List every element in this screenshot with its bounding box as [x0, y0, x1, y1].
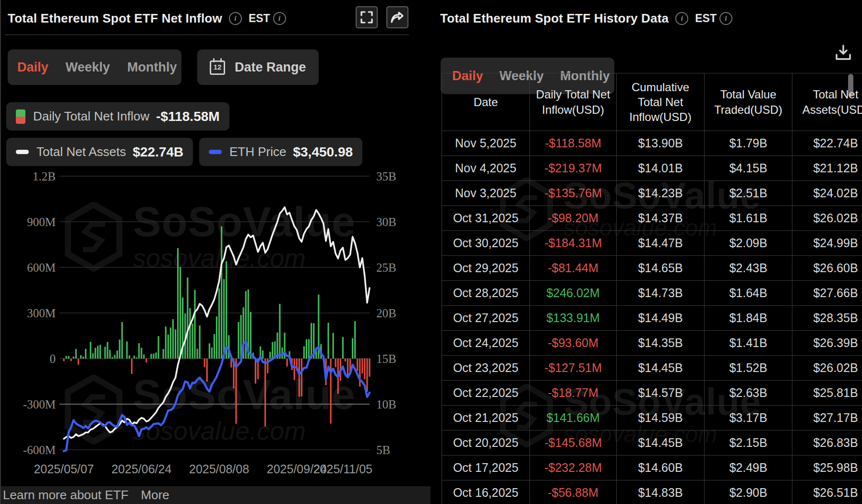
inflow-bar[interactable]: [131, 359, 132, 374]
inflow-bar[interactable]: [153, 354, 154, 359]
inflow-bar[interactable]: [75, 349, 77, 359]
inflow-bar[interactable]: [172, 319, 174, 359]
table-row[interactable]: Oct 22,2025-$18.77M$14.57B$2.63B$25.81B: [442, 381, 862, 406]
inflow-bar[interactable]: [369, 359, 370, 377]
inflow-bar[interactable]: [163, 349, 164, 359]
date-range-button[interactable]: 12 Date Range: [197, 49, 319, 85]
more-link[interactable]: More: [141, 488, 169, 503]
inflow-bar[interactable]: [366, 359, 368, 392]
inflow-bar[interactable]: [114, 355, 116, 359]
tab-daily[interactable]: Daily: [17, 60, 48, 75]
info-icon[interactable]: i: [719, 12, 732, 25]
inflow-bar[interactable]: [272, 342, 273, 359]
table-row[interactable]: Oct 31,2025-$98.20M$14.37B$1.61B$26.02B: [442, 206, 862, 231]
inflow-bar[interactable]: [226, 261, 227, 359]
table-row[interactable]: Oct 21,2025$141.66M$14.59B$3.17B$27.17B: [442, 406, 862, 431]
inflow-bar[interactable]: [119, 339, 120, 359]
inflow-bar[interactable]: [73, 357, 74, 359]
inflow-bar[interactable]: [145, 359, 147, 362]
inflow-bar[interactable]: [68, 356, 70, 359]
inflow-bar[interactable]: [269, 352, 271, 359]
inflow-bar[interactable]: [126, 341, 128, 359]
inflow-bar[interactable]: [158, 336, 159, 359]
inflow-bar[interactable]: [255, 359, 256, 384]
legend-item-eth-price[interactable]: ETH Price $3,450.98: [199, 138, 362, 166]
table-row[interactable]: Oct 29,2025-$81.44M$14.65B$2.43B$26.60B: [442, 256, 862, 281]
inflow-bar[interactable]: [63, 359, 64, 361]
table-row[interactable]: Nov 3,2025-$135.76M$14.23B$2.51B$24.02B: [442, 181, 862, 206]
inflow-bar[interactable]: [187, 277, 188, 359]
inflow-bar[interactable]: [80, 355, 82, 359]
share-button[interactable]: [386, 6, 408, 28]
inflow-bar[interactable]: [279, 304, 280, 359]
inflow-bar[interactable]: [104, 347, 106, 359]
table-row[interactable]: Oct 28,2025$246.02M$14.73B$1.64B$27.66B: [442, 281, 862, 306]
inflow-bar[interactable]: [85, 349, 86, 359]
inflow-bar[interactable]: [308, 339, 310, 359]
inflow-bar[interactable]: [262, 350, 263, 359]
inflow-bar[interactable]: [204, 359, 205, 367]
legend-item-net-inflow[interactable]: Daily Total Net Inflow -$118.58M: [6, 102, 229, 131]
inflow-bar[interactable]: [216, 316, 217, 359]
tab-weekly[interactable]: Weekly: [66, 60, 110, 75]
table-row[interactable]: Oct 23,2025-$127.51M$14.45B$1.52B$26.02B: [442, 356, 862, 381]
table-row[interactable]: Oct 24,2025-$93.60M$14.35B$1.41B$26.39B: [442, 331, 862, 356]
inflow-bar[interactable]: [235, 359, 237, 424]
inflow-bar[interactable]: [306, 339, 307, 359]
inflow-bar[interactable]: [117, 350, 118, 359]
info-icon[interactable]: i: [273, 12, 286, 25]
table-row[interactable]: Oct 20,2025-$145.68M$14.45B$2.15B$26.83B: [442, 431, 862, 456]
inflow-bar[interactable]: [180, 267, 181, 359]
inflow-bar[interactable]: [121, 322, 123, 359]
inflow-bar[interactable]: [136, 357, 137, 359]
table-row[interactable]: Oct 17,2025-$232.28M$14.60B$2.49B$25.98B: [442, 456, 862, 480]
inflow-bar[interactable]: [238, 322, 239, 359]
inflow-bar[interactable]: [78, 359, 79, 365]
inflow-bar[interactable]: [214, 334, 215, 359]
fullscreen-button[interactable]: [356, 6, 378, 28]
inflow-bar[interactable]: [175, 329, 176, 359]
inflow-bar[interactable]: [107, 342, 108, 359]
inflow-bar[interactable]: [129, 355, 130, 359]
inflow-bar[interactable]: [250, 312, 251, 359]
table-row[interactable]: Oct 30,2025-$184.31M$14.47B$2.09B$24.99B: [442, 231, 862, 256]
table-row[interactable]: Oct 16,2025-$56.88M$14.83B$2.90B$26.51B: [442, 480, 862, 504]
inflow-bar[interactable]: [199, 325, 201, 359]
inflow-bar[interactable]: [342, 337, 344, 359]
inflow-bar[interactable]: [192, 324, 193, 359]
inflow-bar[interactable]: [206, 359, 208, 382]
inflow-bar[interactable]: [165, 326, 167, 359]
inflow-bar[interactable]: [335, 359, 336, 367]
inflow-bar[interactable]: [189, 308, 191, 359]
inflow-bar[interactable]: [223, 279, 225, 359]
inflow-bar[interactable]: [303, 346, 305, 359]
inflow-bar[interactable]: [71, 359, 72, 361]
inflow-bar[interactable]: [90, 342, 91, 359]
inflow-bar[interactable]: [209, 343, 210, 359]
inflow-bar[interactable]: [177, 248, 179, 359]
inflow-bar[interactable]: [299, 359, 300, 396]
inflow-bar[interactable]: [301, 359, 302, 396]
info-icon[interactable]: i: [675, 12, 688, 25]
inflow-bar[interactable]: [156, 352, 157, 359]
inflow-bar[interactable]: [102, 359, 103, 359]
inflow-bar[interactable]: [83, 357, 84, 359]
inflow-bar[interactable]: [92, 353, 94, 359]
table-row[interactable]: Nov 4,2025-$219.37M$14.01B$4.15B$21.12B: [442, 156, 862, 181]
inflow-bar[interactable]: [148, 359, 149, 359]
inflow-bar[interactable]: [345, 359, 346, 361]
net-inflow-chart[interactable]: 1.2B35B900M30B600M25B300M20B015B-300M10B…: [0, 168, 431, 480]
table-row[interactable]: Oct 27,2025$133.91M$14.49B$1.84B$28.35B: [442, 306, 862, 331]
inflow-bar[interactable]: [211, 348, 213, 359]
inflow-bar[interactable]: [99, 345, 101, 359]
inflow-bar[interactable]: [333, 333, 334, 359]
download-button[interactable]: [833, 42, 854, 63]
inflow-bar[interactable]: [124, 359, 125, 359]
inflow-bar[interactable]: [112, 357, 113, 359]
inflow-bar[interactable]: [354, 321, 356, 359]
inflow-bar[interactable]: [311, 323, 312, 359]
inflow-bar[interactable]: [194, 290, 195, 359]
inflow-bar[interactable]: [138, 343, 140, 359]
inflow-bar[interactable]: [287, 359, 288, 366]
inflow-bar[interactable]: [97, 346, 98, 359]
